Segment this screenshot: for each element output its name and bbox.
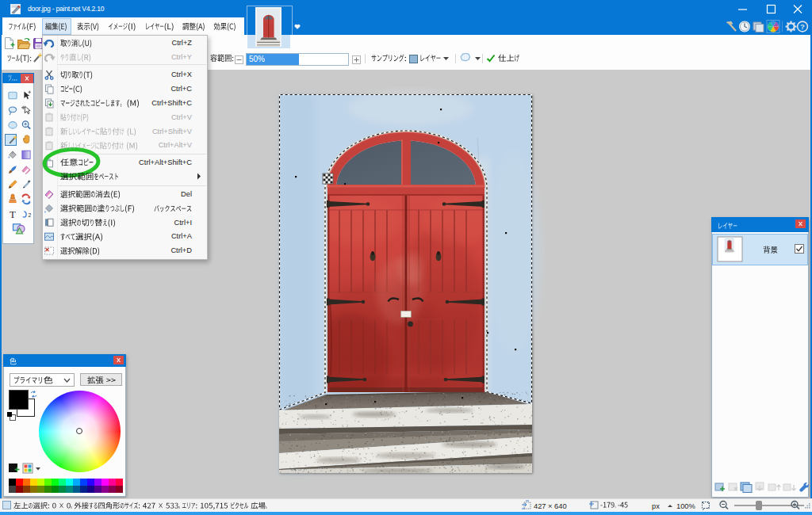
svg-text:?: ? (800, 22, 805, 31)
svg-text:2: 2 (29, 212, 32, 218)
